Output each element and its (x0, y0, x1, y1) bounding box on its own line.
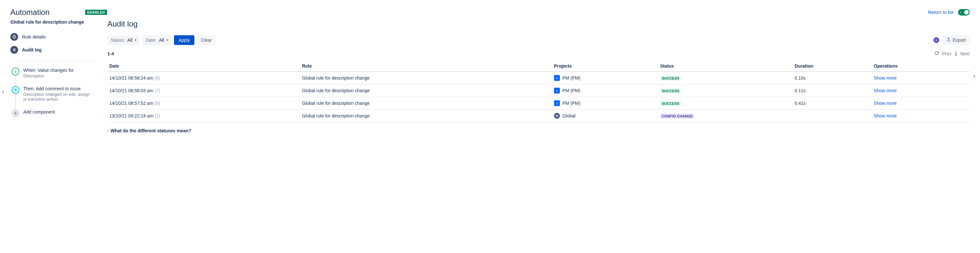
status-badge: SUCCESS (660, 88, 681, 94)
status-badge: SUCCESS (660, 76, 681, 81)
step-subtitle: Description changed on edit, assign or t… (23, 92, 94, 102)
execution-count: (8) (154, 75, 160, 81)
nav-audit-log[interactable]: Audit log (10, 43, 94, 56)
svg-point-12 (557, 77, 558, 78)
cell-status: SUCCESS (658, 84, 793, 97)
apply-button[interactable]: Apply (174, 35, 194, 45)
date-filter-dropdown[interactable]: Date: All ▾ (142, 35, 172, 45)
date-value: 14/10/21 08:58:03 am (109, 88, 154, 93)
cell-projects: Global (552, 110, 658, 122)
column-header-projects[interactable]: Projects (552, 61, 658, 72)
next-page-button[interactable]: Next (960, 51, 970, 56)
nav-label: Rule details (22, 34, 46, 40)
status-badge: SUCCESS (660, 101, 681, 106)
add-component-button[interactable]: Add component (12, 107, 94, 117)
cell-operations: Show more (872, 84, 970, 97)
rule-enabled-toggle[interactable]: ✓ (958, 9, 970, 16)
cell-rule: Global rule for description change (300, 97, 552, 110)
add-component-label: Add component (23, 109, 55, 116)
return-to-list-link[interactable]: Return to list (928, 10, 953, 15)
clear-button[interactable]: Clear (197, 35, 215, 45)
date-value: 14/10/21 08:58:24 am (109, 75, 154, 81)
table-row: 14/10/21 08:57:52 am (6)Global rule for … (107, 97, 970, 110)
nav-rule-details[interactable]: Rule details (10, 30, 94, 43)
audit-log-table: Date Rule Projects Status Duration Opera… (107, 61, 970, 122)
column-header-duration[interactable]: Duration (793, 61, 872, 72)
cell-date: 14/10/21 08:58:24 am (8) (107, 72, 300, 84)
cell-projects: PM (PM) (552, 72, 658, 84)
cell-status: SUCCESS (658, 72, 793, 84)
page-title: Automation (10, 8, 49, 17)
upload-icon (947, 37, 951, 43)
action-icon (12, 86, 19, 94)
project-name: PM (PM) (562, 88, 580, 93)
date-value: 13/10/21 09:22:24 am (109, 113, 154, 118)
chevron-down-icon: ▾ (135, 38, 137, 42)
show-more-link[interactable]: Show more (874, 75, 897, 81)
plus-icon (12, 109, 19, 117)
project-avatar-icon (554, 75, 560, 81)
step-subtitle: Description (23, 73, 74, 78)
cell-duration (793, 110, 872, 122)
globe-icon (554, 113, 560, 119)
divider (14, 61, 94, 61)
filter-label: Date: (146, 38, 156, 43)
column-header-status[interactable]: Status (658, 61, 793, 72)
filter-label: Status: (111, 38, 125, 43)
execution-count: (7) (154, 88, 160, 93)
column-header-operations[interactable]: Operations (872, 61, 970, 72)
cell-projects: PM (PM) (552, 84, 658, 97)
cell-status: CONFIG CHANGE (658, 110, 793, 122)
help-text: What do the different statuses mean? (111, 128, 191, 133)
cell-rule: Global rule for description change (300, 84, 552, 97)
list-icon (10, 46, 18, 54)
execution-count: (6) (154, 100, 160, 106)
cell-date: 14/10/21 08:57:52 am (6) (107, 97, 300, 110)
status-filter-dropdown[interactable]: Status: All ▾ (107, 35, 140, 45)
cell-operations: Show more (872, 72, 970, 84)
rule-trigger-step[interactable]: When: Value changes for Description (12, 66, 94, 84)
toggle-knob (964, 10, 969, 14)
step-title: When: Value changes for (23, 68, 74, 73)
cell-rule: Global rule for description change (300, 110, 552, 122)
cell-duration: 0.41s (793, 97, 872, 110)
chevron-right-icon[interactable]: › (973, 72, 975, 81)
status-help-expander[interactable]: › What do the different statuses mean? (107, 128, 970, 133)
refresh-icon[interactable] (934, 51, 939, 56)
table-row: 13/10/21 09:22:24 am (1)Global rule for … (107, 110, 970, 122)
project-avatar-icon (554, 88, 560, 94)
result-range: 1-4 (107, 51, 114, 56)
show-more-link[interactable]: Show more (874, 88, 897, 93)
column-header-rule[interactable]: Rule (300, 61, 552, 72)
export-label: Export (953, 38, 966, 43)
page-number: 1 (955, 51, 957, 56)
section-title: Audit log (107, 19, 970, 29)
date-value: 14/10/21 08:57:52 am (109, 100, 154, 106)
show-more-link[interactable]: Show more (874, 100, 897, 106)
enabled-badge: ENABLED (85, 10, 107, 15)
export-button[interactable]: Export (942, 35, 970, 45)
chevron-right-icon: › (107, 129, 109, 133)
svg-point-16 (557, 103, 558, 103)
column-header-date[interactable]: Date (107, 61, 300, 72)
info-icon[interactable]: i (934, 37, 939, 43)
cell-status: SUCCESS (658, 97, 793, 110)
rule-action-step[interactable]: Then: Add comment to issue Description c… (12, 84, 94, 107)
prev-page-button[interactable]: Prev (942, 51, 951, 56)
cell-operations: Show more (872, 97, 970, 110)
cell-duration: 0.11s (793, 84, 872, 97)
info-icon (10, 33, 18, 41)
show-more-link[interactable]: Show more (874, 113, 897, 118)
step-title: Then: Add comment to issue (23, 86, 94, 91)
cell-date: 13/10/21 09:22:24 am (1) (107, 110, 300, 122)
cell-rule: Global rule for description change (300, 72, 552, 84)
chevron-left-icon[interactable]: ‹ (2, 88, 4, 96)
cell-operations: Show more (872, 110, 970, 122)
svg-point-8 (15, 90, 16, 90)
filter-value: All (127, 38, 133, 43)
table-row: 14/10/21 08:58:24 am (8)Global rule for … (107, 72, 970, 84)
cell-duration: 0.10s (793, 72, 872, 84)
svg-point-14 (557, 90, 558, 91)
execution-count: (1) (154, 113, 160, 118)
svg-point-2 (14, 36, 14, 36)
